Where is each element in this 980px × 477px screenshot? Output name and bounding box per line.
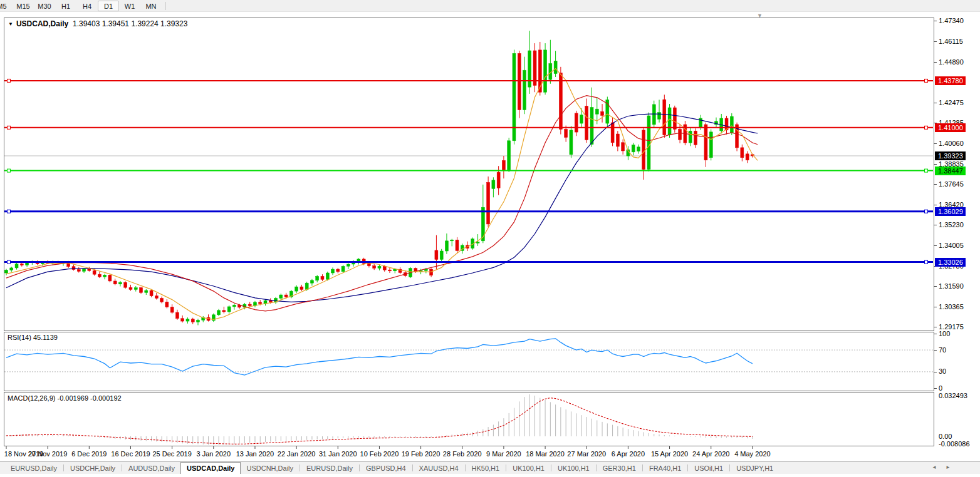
chart-symbol-label: USDCAD,Daily (16, 19, 68, 28)
date-axis-label: 19 Feb 2020 (402, 450, 440, 458)
chart-tab-usdjpy-h1[interactable]: USDJPY,H1 (731, 462, 779, 474)
price-axis-label: 1.47340 (939, 17, 964, 24)
tab-separator (729, 464, 730, 471)
chart-tab-bar: EURUSD,DailyUSDCHF,DailyAUDUSD,DailyUSDC… (0, 461, 980, 477)
price-axis-tick (934, 164, 937, 165)
price-axis-tick (934, 62, 937, 63)
date-axis-label: 13 Jan 2020 (236, 450, 274, 458)
rsi-axis-label: 100 (939, 330, 950, 337)
date-axis-label: 27 Mar 2020 (567, 450, 606, 458)
price-axis-tick (934, 41, 937, 42)
chart-tab-eurusd-daily[interactable]: EURUSD,Daily (301, 462, 358, 474)
rsi-axis-label: 70 (939, 346, 946, 354)
date-axis-label: 10 Feb 2020 (360, 450, 399, 458)
date-axis-label: 4 May 2020 (734, 450, 770, 458)
chart-tab-ger30-h1[interactable]: GER30,H1 (597, 462, 642, 474)
application-window: M5M15M30H1H4D1W1MN ▼USDCAD,Daily 1.39403… (0, 0, 980, 477)
chart-dropdown-icon[interactable]: ▼ (8, 21, 13, 27)
tab-separator (63, 464, 64, 471)
date-axis-label: 6 Apr 2020 (612, 450, 645, 458)
price-axis-label: 1.35230 (939, 221, 964, 228)
price-badge-1-41000: 1.41000 (935, 123, 966, 132)
chart-tab-xauusd-h4[interactable]: XAUUSD,H4 (414, 462, 464, 474)
macd-axis-label: 0.00 (939, 433, 952, 440)
macd-axis-label: 0.032493 (939, 392, 967, 399)
rsi-axis-tick (934, 372, 937, 372)
date-axis-label: 16 Dec 2019 (111, 450, 150, 458)
date-axis-label: 9 Mar 2020 (486, 450, 521, 458)
tab-separator (300, 464, 300, 471)
chart-tab-usdchf-daily[interactable]: USDCHF,Daily (65, 462, 121, 474)
price-axis-tick (934, 327, 937, 327)
price-axis-tick (934, 143, 937, 144)
tab-separator (506, 464, 506, 471)
date-axis-label: 15 Apr 2020 (651, 450, 688, 458)
chart-tab-usoil-h1[interactable]: USOil,H1 (689, 462, 729, 474)
rsi-axis-tick (934, 388, 937, 389)
date-axis-label: 25 Dec 2019 (152, 450, 191, 458)
price-badge-1-38447: 1.38447 (935, 167, 966, 175)
tab-separator (359, 464, 360, 471)
macd-indicator-label: MACD(12,26,9) -0.001969 -0.000192 (8, 394, 122, 402)
price-axis-label: 1.40060 (939, 140, 964, 147)
date-axis-label: 6 Dec 2019 (71, 450, 107, 458)
date-axis-label: 22 Jan 2020 (278, 450, 316, 458)
price-axis-tick (934, 205, 937, 205)
rsi-pane-border (4, 332, 934, 391)
price-axis-tick (934, 245, 937, 246)
tab-separator (596, 464, 597, 471)
chart-tab-eurusd-daily[interactable]: EURUSD,Daily (5, 462, 63, 474)
rsi-axis-label: 0 (939, 384, 942, 392)
chart-canvas[interactable] (0, 0, 980, 461)
rsi-axis-label: 30 (939, 367, 946, 375)
price-axis-label: 1.30365 (939, 303, 964, 310)
tab-separator (687, 464, 688, 471)
date-axis-label: 24 Apr 2020 (692, 450, 729, 458)
price-badge-1-36029: 1.36029 (935, 207, 966, 216)
chart-tab-audusd-daily[interactable]: AUDUSD,Daily (123, 462, 180, 474)
date-axis-label: 27 Nov 2019 (28, 450, 67, 458)
rsi-axis-tick (934, 334, 937, 334)
price-axis-label: 1.46115 (939, 38, 963, 45)
chart-tab-uk100-h1[interactable]: UK100,H1 (552, 462, 595, 474)
tab-separator (465, 464, 466, 471)
price-axis-tick (934, 286, 937, 287)
price-badge-1-33026: 1.33026 (935, 258, 966, 267)
date-axis-label: 31 Jan 2020 (319, 450, 357, 458)
price-axis-label: 1.34005 (939, 242, 964, 249)
rsi-indicator-label: RSI(14) 45.1139 (8, 334, 58, 341)
price-axis-label: 1.42475 (939, 99, 964, 106)
price-axis-tick (934, 225, 937, 225)
price-axis-label: 1.37645 (939, 180, 964, 188)
chart-title: ▼USDCAD,Daily 1.39403 1.39451 1.39224 1.… (8, 19, 187, 28)
main-pane-border (4, 18, 934, 331)
tab-scroll-right-button[interactable]: ► (944, 463, 952, 472)
price-axis-tick (934, 21, 937, 21)
chart-tab-usdcnh-daily[interactable]: USDCNH,Daily (241, 462, 299, 474)
date-axis-label: 3 Jan 2020 (197, 450, 231, 458)
chart-tab-uk100-h1[interactable]: UK100,H1 (507, 462, 550, 474)
price-axis-tick (934, 307, 937, 307)
tab-separator (551, 464, 551, 471)
macd-pane-border (4, 392, 934, 446)
date-axis-label: 28 Feb 2020 (443, 450, 482, 458)
chart-tab-fra40-h1[interactable]: FRA40,H1 (644, 462, 687, 474)
chart-tab-usdcad-daily[interactable]: USDCAD,Daily (180, 462, 241, 474)
price-badge-1-43780: 1.43780 (935, 76, 966, 85)
chart-tab-gbpusd-h4[interactable]: GBPUSD,H4 (360, 462, 412, 474)
price-axis-tick (934, 184, 937, 185)
chart-tab-hk50-h1[interactable]: HK50,H1 (466, 462, 506, 474)
price-axis-tick (934, 103, 937, 103)
tab-separator (412, 464, 413, 471)
chart-quote-ohlc: 1.39403 1.39451 1.39224 1.39323 (73, 19, 188, 28)
price-axis-label: 1.31590 (939, 282, 964, 290)
date-axis-label: 18 Mar 2020 (526, 450, 565, 458)
macd-axis-label: -0.008086 (939, 440, 970, 448)
tab-separator (642, 464, 643, 471)
tab-separator (122, 464, 122, 471)
rsi-axis-tick (934, 350, 937, 351)
tab-scroll-left-button[interactable]: ◄ (930, 463, 939, 472)
price-badge-1-39323: 1.39323 (935, 151, 966, 160)
scroll-position-marker-icon: ▼ (757, 13, 763, 19)
price-axis-label: 1.44890 (939, 58, 964, 66)
